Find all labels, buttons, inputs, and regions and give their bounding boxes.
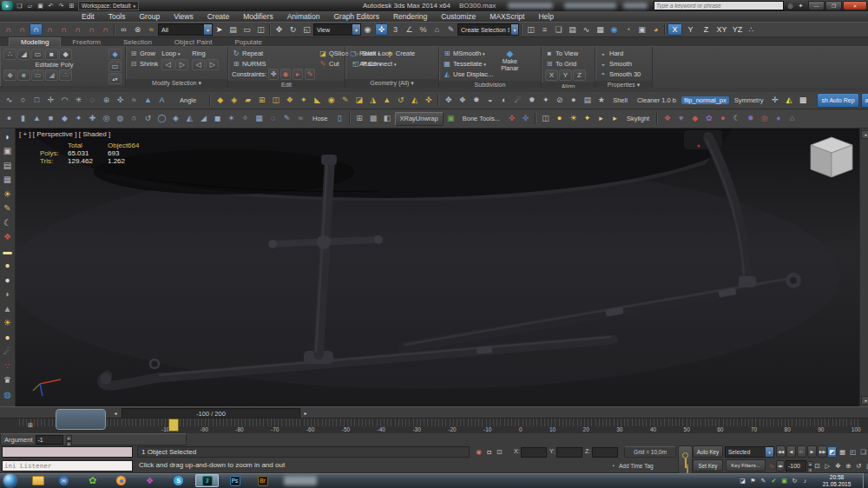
vertex-subobject-icon[interactable]: ∴ (3, 49, 16, 60)
panel-title[interactable]: Polygon Modeling ▾ (0, 86, 125, 88)
taskbar-3dsmax[interactable]: 3 (195, 474, 219, 487)
taskbar-photoshop[interactable]: Ps (223, 474, 247, 487)
align-x-button[interactable]: X (545, 69, 558, 81)
reference-coordinate-dropdown[interactable]: View▾ (313, 23, 361, 36)
wave-modifier-icon[interactable]: ≈ (128, 95, 141, 107)
close-button[interactable]: ✕ (843, 1, 867, 10)
menu-item[interactable]: Animation (280, 12, 327, 21)
cut-button[interactable]: ✎Cut (319, 59, 348, 69)
circle-shape-icon[interactable]: ○ (16, 95, 30, 107)
checker-icon[interactable]: ▩ (796, 95, 809, 107)
shrink-button[interactable]: ⊟Shrink (129, 59, 158, 69)
uvw-map-icon[interactable]: ⊞ (353, 113, 366, 125)
reset-icon[interactable]: ∴ (59, 69, 72, 81)
update-tray-icon[interactable]: ✔ (770, 476, 778, 485)
select-and-link-icon[interactable]: ∩ (2, 23, 15, 36)
edge-subobject-icon[interactable]: ◢ (17, 49, 30, 60)
hose-icon[interactable]: ▯ (333, 113, 346, 125)
render-setup-side-icon[interactable]: ▤ (1, 159, 14, 173)
quickslice-icon[interactable]: ◪ (352, 95, 365, 107)
zoom-icon[interactable]: ⊕ (844, 460, 853, 472)
hard-button[interactable]: ◒Hard (599, 49, 641, 58)
torus-icon[interactable]: ◎ (100, 113, 113, 125)
material-editor-icon[interactable]: ◉ (608, 23, 621, 36)
kbd-override-icon[interactable]: 3 (389, 23, 402, 36)
lamp-icon[interactable]: ◭ (782, 95, 795, 107)
play-button[interactable]: ▷ (797, 445, 806, 458)
open-file-icon[interactable]: ▱ (25, 2, 35, 10)
bone-chain-icon[interactable]: ✜ (505, 113, 518, 125)
new-scene-icon[interactable]: ❏ (15, 2, 24, 10)
render-teapot-icon[interactable]: ◗ (1, 130, 14, 144)
taskbar-firefox[interactable] (109, 474, 133, 487)
taskbar-clock[interactable]: 20:58 21.05.2015 (814, 474, 859, 487)
auto-key-button[interactable]: Auto Key (693, 445, 723, 458)
isolate-toggle-icon[interactable]: ◩ (827, 446, 837, 458)
extrude-icon[interactable]: ◆ (214, 95, 227, 107)
unlink-icon[interactable]: ⊗ (131, 23, 144, 36)
use-pivot-center-icon[interactable]: ◉ (361, 23, 374, 36)
relax-brush-icon[interactable]: ✥ (442, 95, 455, 107)
box-icon[interactable]: ■ (44, 113, 57, 125)
script-button[interactable]: ate Mesh Insp (861, 93, 868, 108)
glow-light-icon[interactable]: ✦ (581, 113, 594, 125)
camera-icon[interactable]: ◫ (539, 113, 552, 125)
angle-toggle-icon[interactable]: ∠ (403, 23, 416, 36)
collapse-icon[interactable]: ◆ (3, 69, 16, 81)
hinge-icon[interactable]: ◮ (366, 95, 379, 107)
vray-icon[interactable]: ❖ (1, 231, 14, 245)
key-curve-icon[interactable]: ∿ (767, 460, 776, 472)
preview-subobject-icon[interactable]: ◆ (108, 49, 122, 60)
paint-deform-icon[interactable]: ✦ (539, 95, 552, 107)
z-coord-field[interactable] (592, 447, 618, 458)
attach-button[interactable]: ◔Attach ▾ (349, 59, 382, 69)
arc-shape-icon[interactable]: ◠ (58, 95, 71, 107)
menu-item[interactable]: Views (167, 12, 201, 21)
scale-mode-icon[interactable]: ◰ (848, 446, 858, 458)
hedra-icon[interactable]: ✦ (72, 113, 85, 125)
globe-icon[interactable]: ◍ (1, 388, 14, 402)
select-rotate-icon[interactable]: ↻ (286, 23, 299, 36)
snaps-dots-icon[interactable]: ∴ (745, 23, 758, 36)
qslice-button[interactable]: ◪QSlice (319, 49, 348, 58)
skylight-button[interactable]: Skylight (622, 115, 654, 122)
app-logo-icon[interactable]: ▸ (2, 1, 13, 10)
ribbon-tab[interactable]: Populate (223, 37, 273, 46)
minimize-button[interactable]: — (808, 1, 825, 10)
xy-snap-icon[interactable]: ∩ (99, 23, 112, 36)
iterations-spinner[interactable]: ▴▾ (108, 73, 122, 84)
cat-parent-icon[interactable]: ♥ (674, 113, 687, 125)
grow-button[interactable]: ⊞Grow (129, 49, 158, 58)
volume-tray-icon[interactable]: ♪ (801, 476, 809, 485)
macro-recorder-box[interactable] (2, 446, 133, 458)
white-sphere-icon[interactable]: ● (1, 274, 14, 287)
move-gizmo-icon[interactable]: ✜ (114, 95, 127, 107)
attach-mode-icon[interactable]: ■ (17, 69, 30, 81)
shaded-faces-icon[interactable]: ▭ (108, 61, 122, 72)
menu-item[interactable]: Customize (434, 12, 483, 21)
rectangle-shape-icon[interactable]: □ (30, 95, 43, 107)
unwrap-icon[interactable]: ▩ (367, 113, 380, 125)
axis-constraint-button[interactable]: YZ (730, 23, 745, 36)
curve-editor-icon[interactable]: ∿ (580, 23, 593, 36)
gem-icon[interactable]: ◈ (169, 113, 182, 125)
weld-icon[interactable]: ✦ (297, 95, 310, 107)
set-keys-button[interactable] (678, 445, 693, 474)
shell-button[interactable]: Shell (608, 96, 632, 104)
maxscript-mini-listener[interactable]: ini Listener (2, 460, 133, 472)
y-coord-field[interactable] (556, 447, 582, 458)
spinner-snap-icon[interactable]: ∩ (71, 23, 84, 36)
x-coord-field[interactable] (521, 447, 547, 458)
ribbon-tab[interactable]: Freeform (61, 37, 111, 46)
key-mode-dropdown[interactable]: Selected▾ (725, 446, 774, 458)
menu-item[interactable]: Create (201, 12, 237, 21)
bone-tools-button[interactable]: Bone Tools... (458, 115, 504, 122)
align-icon[interactable]: ≡ (538, 23, 551, 36)
fountain-icon[interactable]: ▲ (141, 95, 155, 107)
circle-icon[interactable]: ◯ (155, 113, 168, 125)
grey-cone-icon[interactable]: ▲ (1, 302, 14, 316)
render-elements-icon[interactable]: ▦ (1, 174, 14, 188)
menu-item[interactable]: Graph Editors (326, 12, 385, 21)
pen-primitive-icon[interactable]: ✎ (280, 113, 293, 125)
smudge-icon[interactable]: ✸ (470, 95, 483, 107)
